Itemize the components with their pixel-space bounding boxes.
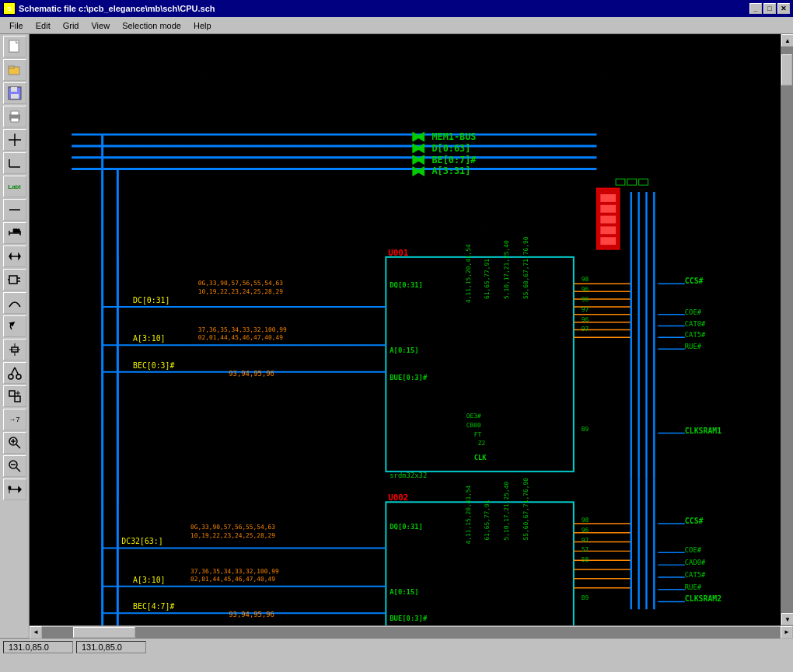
svg-text:5,10,17,21,25,40: 5,10,17,21,25,40 [503,240,510,299]
vertical-scrollbar[interactable]: ▲ ▼ [781,34,793,625]
svg-text:BE[0:7]#: BE[0:7]# [432,155,477,165]
svg-text:COE#: COE# [685,308,702,316]
svg-text:B9: B9 [582,594,589,601]
svg-text:97: 97 [582,326,589,333]
svg-text:98: 98 [582,517,589,524]
title-bar: S Schematic file c:\pcb_elegance\mb\sch\… [0,0,793,17]
svg-text:U001: U001 [388,248,408,258]
tool-component[interactable] [3,269,26,291]
svg-text:RUE#: RUE# [685,343,702,350]
hscroll-thumb[interactable] [73,627,135,638]
svg-text:61,65,77,91: 61,65,77,91 [484,259,491,299]
status-bar: 131.0,85.0 131.0,85.0 [0,638,793,655]
tool-line[interactable] [3,199,26,221]
toolbar: Labl 386 →7 [0,34,30,638]
svg-rect-133 [600,237,616,245]
svg-text:CAD0#: CAD0# [685,559,706,566]
svg-text:DQ[0:31]: DQ[0:31] [390,523,423,531]
schematic-canvas-container[interactable]: MEM1-BUS D[0:63] BE[0:7]# A[3:31] [30,34,781,625]
menu-file[interactable]: File [3,19,30,32]
svg-text:93,94,95,96: 93,94,95,96 [229,611,274,618]
tool-save[interactable] [3,82,26,104]
tool-crosshair[interactable] [3,129,26,151]
svg-rect-8 [11,111,19,115]
svg-marker-21 [9,254,11,259]
status-coord1: 131.0,85.0 [3,641,73,653]
svg-text:A[3:10]: A[3:10] [133,334,166,343]
svg-text:CLKSRAM2: CLKSRAM2 [685,594,721,603]
svg-text:B9: B9 [582,426,589,433]
svg-text:96: 96 [582,286,589,293]
tool-wire[interactable] [3,152,26,174]
scroll-thumb[interactable] [781,54,792,85]
svg-text:D[0:63]: D[0:63] [432,143,471,154]
scroll-left-button[interactable]: ◄ [30,626,42,639]
svg-text:37,36,35,34,33,32,100,99: 37,36,35,34,33,32,100,99 [198,326,287,333]
scroll-down-button[interactable]: ▼ [781,613,793,625]
svg-text:A[0:15]: A[0:15] [390,346,418,354]
tool-arc[interactable] [3,292,26,314]
tool-grid-toggle[interactable] [3,339,26,360]
svg-text:FT: FT [474,431,482,438]
svg-text:A[0:15]: A[0:15] [390,588,418,596]
svg-text:0G,33,90,57,56,55,54,63: 0G,33,90,57,56,55,54,63 [190,524,275,531]
tool-zoom-in[interactable] [3,432,26,454]
menu-grid[interactable]: Grid [57,19,86,32]
close-button[interactable]: ✕ [777,3,790,14]
svg-rect-130 [600,205,616,213]
tool-label[interactable]: Labl [3,176,26,197]
scroll-right-button[interactable]: ► [781,626,793,639]
svg-text:0G,33,90,57,56,55,54,63: 0G,33,90,57,56,55,54,63 [198,280,283,287]
svg-text:CAT5#: CAT5# [685,571,706,579]
maximize-button[interactable]: □ [763,3,776,14]
tool-undo[interactable] [3,315,26,337]
svg-text:02,01,44,45,46,47,40,49: 02,01,44,45,46,47,40,49 [190,576,275,583]
main-container: Labl 386 →7 [0,34,793,638]
svg-text:RUE#: RUE# [685,583,702,591]
svg-text:55,60,67,71,76,90: 55,60,67,71,76,90 [522,478,529,541]
svg-text:DC[0:31]: DC[0:31] [133,296,169,305]
scroll-track[interactable] [781,47,793,613]
svg-text:37,36,35,34,33,32,100,99: 37,36,35,34,33,32,100,99 [190,568,279,575]
svg-text:96: 96 [582,296,589,303]
svg-marker-20 [19,254,20,259]
svg-rect-131 [600,216,616,224]
svg-line-44 [16,468,20,472]
svg-text:DQ[0:31]: DQ[0:31] [390,281,423,289]
svg-text:57: 57 [582,546,589,553]
svg-text:U002: U002 [388,493,408,503]
svg-text:58: 58 [582,556,589,563]
tool-move[interactable] [3,245,26,267]
svg-text:4,11,15,20,41,54: 4,11,15,20,41,54 [465,485,472,544]
svg-rect-6 [11,94,19,99]
svg-text:55,60,67,71,76,90: 55,60,67,71,76,90 [522,236,529,299]
tool-measure[interactable]: 386 [3,222,26,244]
svg-text:MEM1-BUS: MEM1-BUS [432,131,477,142]
tool-print[interactable] [3,106,26,127]
menu-edit[interactable]: Edit [30,19,57,32]
svg-rect-35 [9,391,15,396]
tool-arrow[interactable]: 0 [3,479,26,500]
svg-text:OE3#: OE3# [466,413,481,420]
tool-insert[interactable] [3,385,26,407]
tool-new[interactable] [3,36,26,57]
svg-text:02,01,44,45,46,47,40,49: 02,01,44,45,46,47,40,49 [198,334,283,341]
tool-open[interactable] [3,59,26,81]
menu-help[interactable]: Help [187,19,218,32]
hscroll-track[interactable] [42,627,781,638]
menu-selection-mode[interactable]: Selection mode [116,19,187,32]
svg-text:4,11,15,20,41,54: 4,11,15,20,41,54 [465,244,472,303]
tool-cut[interactable] [3,362,26,384]
minimize-button[interactable]: _ [749,3,762,14]
svg-rect-129 [600,194,616,202]
svg-text:93,94,95,96: 93,94,95,96 [229,370,274,378]
tool-zoom-out[interactable] [3,455,26,477]
menu-view[interactable]: View [85,19,116,32]
horizontal-scrollbar[interactable]: ◄ ► [30,625,793,638]
svg-text:CAT0#: CAT0# [685,320,706,328]
scroll-up-button[interactable]: ▲ [781,34,793,47]
svg-line-34 [15,367,19,375]
tool-step7[interactable]: →7 [3,409,26,430]
window-title: Schematic file c:\pcb_elegance\mb\sch\CP… [19,4,215,13]
svg-rect-22 [9,276,17,284]
